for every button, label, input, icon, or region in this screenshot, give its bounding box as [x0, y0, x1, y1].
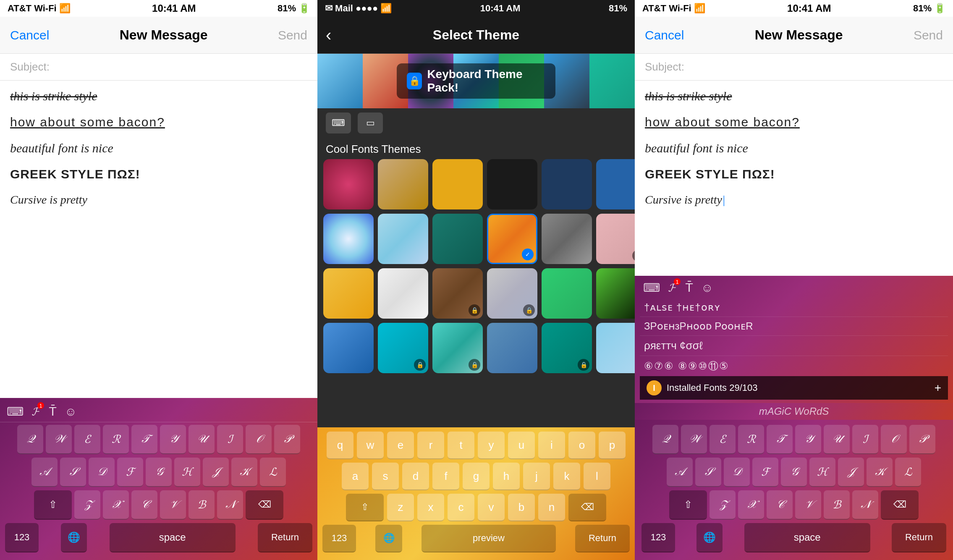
- rk-v[interactable]: 𝒱: [795, 490, 821, 520]
- tk-c[interactable]: c: [448, 494, 474, 521]
- right-font-icon[interactable]: 𝓕1: [668, 281, 677, 295]
- rk-shift[interactable]: ⇧: [669, 490, 707, 520]
- tk-u[interactable]: u: [508, 432, 535, 459]
- theme-cell-waves[interactable]: 🔒: [487, 268, 537, 319]
- theme-sel-btn-1[interactable]: ⌨: [326, 113, 351, 133]
- emoji-icon[interactable]: ☺: [65, 405, 77, 419]
- rk-k[interactable]: 𝒦: [867, 458, 893, 487]
- right-format-icon[interactable]: T̄: [686, 281, 693, 295]
- rk-delete[interactable]: ⌫: [881, 490, 919, 520]
- key-space[interactable]: space: [110, 523, 236, 552]
- font-icon[interactable]: 𝓕1: [32, 405, 41, 419]
- tk-i[interactable]: i: [538, 432, 565, 459]
- tk-return[interactable]: Return: [575, 525, 630, 552]
- rk-s[interactable]: 𝒮: [695, 458, 721, 487]
- tk-q[interactable]: q: [327, 432, 353, 459]
- rk-q[interactable]: 𝒬: [652, 425, 678, 454]
- rk-b[interactable]: ℬ: [824, 490, 850, 520]
- theme-cell-wood[interactable]: 🔒: [432, 268, 483, 319]
- rk-u[interactable]: 𝒰: [824, 425, 850, 454]
- key-n[interactable]: 𝒩: [217, 490, 243, 520]
- rk-o[interactable]: 𝒪: [881, 425, 907, 454]
- tk-s[interactable]: s: [372, 463, 399, 490]
- theme-cell-blush[interactable]: 🔒: [596, 214, 635, 264]
- theme-cell-teal2[interactable]: 🔒: [542, 323, 592, 373]
- tk-h[interactable]: h: [493, 463, 520, 490]
- key-l[interactable]: ℒ: [260, 458, 286, 487]
- keyboard-icon[interactable]: ⌨: [7, 405, 24, 419]
- tk-g[interactable]: g: [463, 463, 490, 490]
- rk-h[interactable]: ℋ: [809, 458, 835, 487]
- rk-n[interactable]: 𝒩: [852, 490, 878, 520]
- tk-k[interactable]: k: [553, 463, 580, 490]
- tk-y[interactable]: y: [478, 432, 505, 459]
- tk-b[interactable]: b: [508, 494, 535, 521]
- font-sug-3[interactable]: ρяεттч ¢σσℓ: [640, 336, 948, 356]
- rk-w[interactable]: 𝒲: [681, 425, 707, 454]
- theme-cell-marble[interactable]: [378, 268, 428, 319]
- key-v[interactable]: 𝒱: [160, 490, 186, 520]
- rk-d[interactable]: 𝒟: [724, 458, 750, 487]
- right-message-body[interactable]: this is strike style how about some baco…: [635, 81, 953, 276]
- tk-delete[interactable]: ⌫: [568, 494, 606, 521]
- key-k[interactable]: 𝒦: [231, 458, 257, 487]
- theme-cell-stone[interactable]: [542, 214, 592, 264]
- key-e[interactable]: ℰ: [74, 425, 100, 454]
- key-b[interactable]: ℬ: [189, 490, 215, 520]
- rk-r[interactable]: ℛ: [738, 425, 764, 454]
- key-f[interactable]: ℱ: [117, 458, 143, 487]
- key-h[interactable]: ℋ: [174, 458, 200, 487]
- tk-globe[interactable]: 🌐: [375, 525, 402, 552]
- theme-back-button[interactable]: ‹: [326, 26, 331, 44]
- theme-pack-banner[interactable]: 🔒 Keyboard Theme Pack!: [317, 54, 635, 108]
- key-x[interactable]: 𝒳: [103, 490, 129, 520]
- right-send-button[interactable]: Send: [914, 28, 943, 42]
- rk-t[interactable]: 𝒯: [767, 425, 793, 454]
- tk-f[interactable]: f: [432, 463, 459, 490]
- key-return[interactable]: Return: [258, 523, 312, 552]
- tk-w[interactable]: w: [357, 432, 384, 459]
- key-r[interactable]: ℛ: [103, 425, 129, 454]
- font-sug-2[interactable]: ЗРᴏᴇʜзРʜᴏᴏᴅ РᴏᴏʜᴇR: [640, 317, 948, 336]
- key-w[interactable]: 𝒲: [46, 425, 72, 454]
- theme-sel-btn-2[interactable]: ▭: [358, 113, 383, 133]
- theme-cell-fabric[interactable]: [323, 323, 374, 373]
- tk-x[interactable]: x: [417, 494, 444, 521]
- key-p[interactable]: 𝒫: [274, 425, 300, 454]
- left-message-body[interactable]: this is strike style how about some baco…: [0, 81, 317, 398]
- key-i[interactable]: ℐ: [217, 425, 243, 454]
- rk-g[interactable]: 𝒢: [781, 458, 807, 487]
- tk-p[interactable]: p: [599, 432, 626, 459]
- rk-p[interactable]: 𝒫: [909, 425, 935, 454]
- tk-o[interactable]: o: [568, 432, 595, 459]
- key-123[interactable]: 123: [5, 523, 39, 552]
- theme-cell-pink[interactable]: [323, 159, 374, 209]
- tk-n[interactable]: n: [538, 494, 565, 521]
- key-q[interactable]: 𝒬: [17, 425, 43, 454]
- theme-cell-sky[interactable]: [596, 323, 635, 373]
- key-t[interactable]: 𝒯: [131, 425, 157, 454]
- rk-j[interactable]: 𝒥: [838, 458, 864, 487]
- rk-return[interactable]: Return: [892, 523, 946, 552]
- rk-x[interactable]: 𝒳: [738, 490, 764, 520]
- theme-cell-burst[interactable]: [323, 214, 374, 264]
- tk-123[interactable]: 123: [322, 525, 356, 552]
- add-fonts-button[interactable]: +: [935, 381, 941, 395]
- tk-preview[interactable]: preview: [422, 525, 556, 552]
- right-emoji-icon[interactable]: ☺: [701, 281, 713, 295]
- key-y[interactable]: 𝒴: [160, 425, 186, 454]
- tk-a[interactable]: a: [342, 463, 369, 490]
- tk-r[interactable]: r: [417, 432, 444, 459]
- key-c[interactable]: 𝒞: [131, 490, 157, 520]
- key-z[interactable]: 𝒵: [74, 490, 100, 520]
- right-keyboard-icon[interactable]: ⌨: [643, 281, 660, 295]
- theme-cell-gold[interactable]: [432, 159, 483, 209]
- rk-y[interactable]: 𝒴: [795, 425, 821, 454]
- key-s[interactable]: 𝒮: [60, 458, 86, 487]
- rk-l[interactable]: ℒ: [895, 458, 921, 487]
- theme-cell-ice[interactable]: [378, 214, 428, 264]
- rk-z[interactable]: 𝒵: [710, 490, 736, 520]
- theme-cell-blue[interactable]: [596, 159, 635, 209]
- key-j[interactable]: 𝒥: [203, 458, 229, 487]
- right-cancel-button[interactable]: Cancel: [645, 28, 684, 42]
